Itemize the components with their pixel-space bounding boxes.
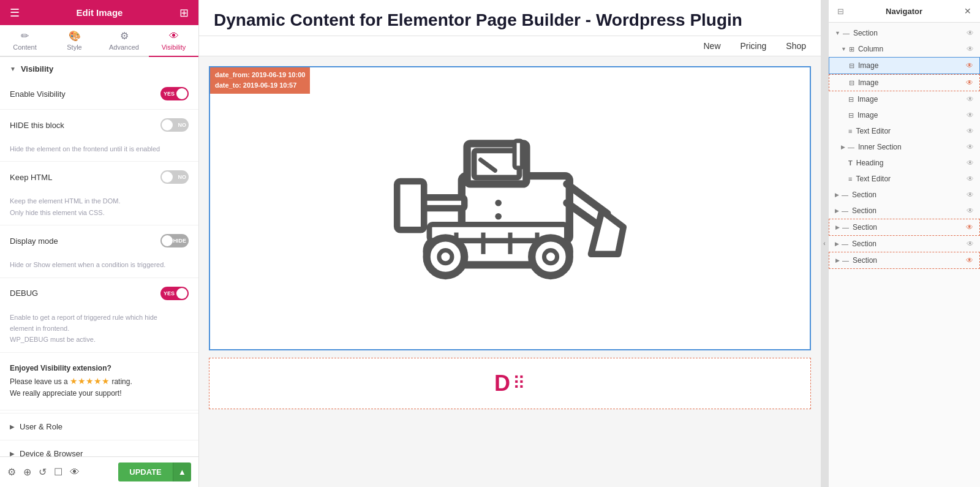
debug-desc2: element in frontend. — [10, 325, 69, 332]
nav-item-image-active[interactable]: ⊟ Image 👁 — [829, 57, 980, 74]
display-mode-toggle[interactable]: HIDE — [160, 234, 189, 247]
nav-shop[interactable]: Shop — [786, 41, 806, 51]
nav-section-5-eye-icon[interactable]: 👁 — [966, 256, 973, 265]
divider-1 — [0, 109, 198, 110]
nav-item-section-1[interactable]: ▶ — Section 👁 — [829, 187, 980, 203]
navigator-icon: ⊟ — [837, 7, 844, 16]
navigator-close-icon[interactable]: ✕ — [964, 6, 971, 16]
grid-icon[interactable]: ⊞ — [179, 6, 189, 20]
visibility-section-title: Visibility — [21, 64, 53, 74]
enable-visibility-toggle[interactable]: YES — [160, 87, 189, 100]
main-content: Dynamic Content for Elementor Page Build… — [199, 0, 821, 487]
nav-item-text-editor-2[interactable]: ≡ Text Editor 👁 — [829, 171, 980, 187]
update-button[interactable]: UPDATE — [118, 462, 172, 481]
nav-item-section-5[interactable]: ▶ — Section 👁 — [829, 252, 980, 269]
nav-item-text-editor-1[interactable]: ≡ Text Editor 👁 — [829, 123, 980, 139]
tab-content-label: Content — [13, 43, 37, 51]
inner-section-arrow-icon: ▶ — [841, 144, 845, 150]
nav-inner-section-eye-icon[interactable]: 👁 — [967, 143, 974, 151]
nav-section-4-label: Section — [852, 240, 967, 248]
section-2-arrow-icon: ▶ — [835, 208, 839, 214]
debug-label: DEBUG — [10, 289, 38, 298]
nav-section-3-eye-icon[interactable]: 👁 — [966, 223, 973, 232]
nav-item-inner-section[interactable]: ▶ — Inner Section 👁 — [829, 139, 980, 155]
nav-item-column[interactable]: ▼ ⊞ Column 👁 — [829, 41, 980, 57]
nav-item-section-2[interactable]: ▶ — Section 👁 — [829, 203, 980, 219]
promo-title: Enjoyed Visibility extension? — [10, 364, 111, 372]
hide-block-row: HIDE this block NO — [0, 112, 198, 138]
main-header: Dynamic Content for Elementor Page Build… — [199, 0, 821, 36]
nav-image-2-eye-icon[interactable]: 👁 — [967, 95, 974, 104]
update-dropdown-button[interactable]: ▲ — [173, 462, 191, 481]
navigator-header: ⊟ Navigator ✕ — [829, 0, 980, 23]
nav-section-4-eye-icon[interactable]: 👁 — [967, 240, 974, 248]
nav-section-2-eye-icon[interactable]: 👁 — [967, 206, 974, 215]
display-mode-row: Display mode HIDE — [0, 228, 198, 254]
hamburger-icon[interactable]: ☰ — [10, 6, 20, 20]
svg-rect-18 — [514, 141, 522, 168]
accordion-device-browser-header[interactable]: ▶ Device & Browser — [0, 440, 198, 457]
nav-item-section-4[interactable]: ▶ — Section 👁 — [829, 236, 980, 252]
keep-toggle-text: NO — [178, 174, 187, 180]
nav-text-editor-1-eye-icon[interactable]: 👁 — [967, 127, 974, 135]
nav-item-image-1[interactable]: ⊟ Image 👁 — [829, 74, 980, 91]
nav-section-1-label: Section — [852, 191, 967, 199]
hide-block-desc-row: Hide the element on the frontend until i… — [0, 138, 198, 159]
nav-image-2-label: Image — [858, 95, 967, 104]
divider-3 — [0, 225, 198, 225]
hide-block-toggle[interactable]: NO — [160, 118, 189, 132]
nav-new[interactable]: New — [703, 41, 720, 51]
navigator-title: Navigator — [886, 7, 922, 16]
promo-stars: ★★★★★ — [70, 376, 110, 386]
nav-heading-eye-icon[interactable]: 👁 — [967, 159, 974, 167]
hide-toggle-knob — [162, 119, 173, 130]
nav-image-1-eye-icon[interactable]: 👁 — [966, 78, 973, 87]
preview-icon[interactable]: 👁 — [70, 467, 80, 478]
canvas: date_from: 2019-06-19 10:00 date_to: 201… — [199, 56, 821, 487]
responsive-icon[interactable]: ☐ — [54, 466, 62, 478]
nav-section-1-eye-icon[interactable]: 👁 — [967, 191, 974, 199]
divider-5 — [0, 352, 198, 353]
nav-item-image-2[interactable]: ⊟ Image 👁 — [829, 91, 980, 107]
collapse-handle[interactable]: ‹ — [821, 0, 828, 487]
layers-icon[interactable]: ⊕ — [23, 466, 31, 478]
nav-section-0-eye-icon[interactable]: 👁 — [967, 29, 974, 37]
canvas-inner: date_from: 2019-06-19 10:00 date_to: 201… — [199, 56, 821, 419]
nav-item-heading[interactable]: T Heading 👁 — [829, 155, 980, 171]
visibility-section-header[interactable]: ▼ Visibility — [0, 57, 198, 81]
keep-html-toggle[interactable]: NO — [160, 170, 189, 184]
page-title: Dynamic Content for Elementor Page Build… — [214, 10, 806, 31]
nav-item-section-3[interactable]: ▶ — Section 👁 — [829, 219, 980, 236]
tab-advanced[interactable]: ⚙ Advanced — [99, 25, 149, 57]
logo-dots: ⠿ — [513, 373, 526, 393]
nav-column-eye-icon[interactable]: 👁 — [967, 45, 974, 53]
nav-text-editor-2-eye-icon[interactable]: 👁 — [967, 175, 974, 183]
accordion-user-role-header[interactable]: ▶ User & Role — [0, 413, 198, 440]
settings-icon[interactable]: ⚙ — [7, 466, 16, 478]
enable-visibility-row: Enable Visibility YES — [0, 81, 198, 107]
svg-point-15 — [439, 250, 451, 263]
nav-item-image-3[interactable]: ⊟ Image 👁 — [829, 107, 980, 123]
heading-type-icon: T — [848, 159, 853, 167]
main-nav: New Pricing Shop — [199, 36, 821, 56]
debug-row: DEBUG YES — [0, 281, 198, 306]
section-4-arrow-icon: ▶ — [835, 241, 839, 247]
user-role-arrow-icon: ▶ — [10, 423, 15, 430]
nav-image-3-eye-icon[interactable]: 👁 — [967, 111, 974, 119]
keep-html-desc1: Keep the element HTML in the DOM. — [10, 197, 121, 205]
nav-text-editor-2-label: Text Editor — [856, 175, 967, 183]
nav-item-section-0[interactable]: ▼ — Section 👁 — [829, 25, 980, 41]
footer-icons: ⚙ ⊕ ↺ ☐ 👁 — [7, 466, 80, 478]
debug-toggle[interactable]: YES — [160, 287, 189, 300]
nav-pricing[interactable]: Pricing — [741, 41, 767, 51]
tab-content[interactable]: ✏ Content — [0, 25, 50, 57]
tab-style[interactable]: 🎨 Style — [50, 25, 99, 57]
debug-toggle-text: YES — [164, 290, 175, 296]
main-image-element[interactable]: date_from: 2019-06-19 10:00 date_to: 201… — [209, 66, 811, 350]
display-mode-label: Display mode — [10, 236, 58, 246]
nav-image-active-eye-icon[interactable]: 👁 — [966, 61, 973, 70]
keep-html-desc2: Only hide this element via CSS. — [10, 209, 105, 216]
panel-tabs: ✏ Content 🎨 Style ⚙ Advanced 👁 Visibilit… — [0, 25, 198, 57]
history-icon[interactable]: ↺ — [39, 466, 47, 478]
tab-visibility[interactable]: 👁 Visibility — [149, 25, 198, 57]
